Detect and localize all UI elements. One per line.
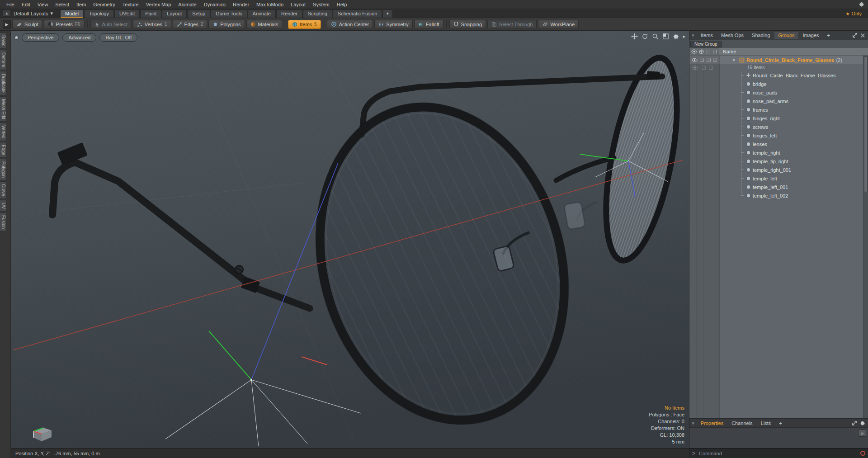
tree-scrollbar[interactable] (863, 56, 868, 418)
rotate-icon[interactable] (642, 33, 648, 40)
toggle-checkbox[interactable] (713, 58, 717, 62)
toolbox-tab-edge[interactable]: Edge (0, 142, 7, 158)
toolbox-tab-mesh-edit[interactable]: Mesh Edit (0, 96, 7, 122)
tab-paint[interactable]: Paint (140, 9, 161, 18)
layout-up-icon[interactable]: ▲ (3, 10, 11, 17)
group-item-row[interactable]: temple_left_001 (689, 183, 868, 191)
tab-schematic-fusion[interactable]: Schematic Fusion (333, 9, 382, 18)
tab-model[interactable]: Model (60, 9, 84, 18)
only-toggle[interactable]: ★ Only (842, 11, 865, 18)
group-item-row[interactable]: temple_right (689, 148, 868, 157)
polygons-mode-button[interactable]: Polygons (208, 20, 245, 29)
toolbar-overflow-button[interactable]: ▶ (3, 20, 11, 29)
group-item-row[interactable]: screws (689, 123, 868, 131)
menu-maxtomodo[interactable]: MaxToModo (253, 1, 287, 8)
group-item-row[interactable]: temple_left (689, 174, 868, 183)
tab-properties[interactable]: Properties (697, 420, 727, 427)
menu-help[interactable]: Help (333, 1, 351, 8)
menu-edit[interactable]: Edit (18, 1, 34, 8)
menu-system[interactable]: System (309, 1, 333, 8)
vertices-mode-button[interactable]: Vertices 1 (133, 20, 171, 29)
tab-layout[interactable]: Layout (162, 9, 187, 18)
visibility-column-icon[interactable] (691, 49, 697, 54)
close-panel-icon[interactable] (859, 33, 866, 38)
group-item-row[interactable]: temple_tip_right (689, 157, 868, 165)
menu-layout[interactable]: Layout (287, 1, 309, 8)
menu-animate[interactable]: Animate (175, 1, 200, 8)
presets-button[interactable]: Presets F6 (44, 20, 85, 29)
group-item-row[interactable]: frames (689, 105, 868, 114)
edges-mode-button[interactable]: Edges 2 (173, 20, 208, 29)
render-column-icon[interactable] (699, 49, 704, 54)
viewport-menu-arrow-icon[interactable]: ▸ (683, 33, 685, 39)
tab-scripting[interactable]: Scripting (303, 9, 332, 18)
eye-icon[interactable] (692, 58, 698, 62)
add-panel-tab-button[interactable]: + (824, 32, 834, 39)
menu-render[interactable]: Render (229, 1, 253, 8)
tab-items[interactable]: Items (697, 32, 717, 39)
layout-switcher[interactable]: Default Layouts ▾ (13, 10, 56, 18)
menu-dynamics[interactable]: Dynamics (200, 1, 229, 8)
scrollbar-thumb[interactable] (864, 57, 868, 192)
name-column-header[interactable]: Name (719, 48, 736, 55)
tab-images[interactable]: Images (799, 32, 823, 39)
zoom-icon[interactable] (652, 33, 659, 40)
snapping-button[interactable]: Snapping (449, 20, 486, 29)
group-item-row[interactable]: bridge (689, 80, 868, 88)
menu-texture[interactable]: Texture (119, 1, 142, 8)
group-item-row[interactable]: hinges_left (689, 131, 868, 140)
record-icon[interactable] (860, 451, 865, 456)
group-item-row[interactable]: temple_right_001 (689, 165, 868, 174)
workplane-button[interactable]: WorkPlane (538, 20, 579, 29)
menu-select[interactable]: Select (52, 1, 73, 8)
pan-icon[interactable] (631, 33, 638, 40)
select-through-button[interactable]: Select Through (487, 20, 537, 29)
toolbox-tab-deform[interactable]: Deform (0, 50, 7, 70)
tab-topology[interactable]: Topology (84, 9, 114, 18)
menu-file[interactable]: File (3, 1, 18, 8)
viewport-mode-icon[interactable] (14, 36, 19, 40)
panel-gear-icon[interactable] (859, 420, 866, 426)
group-item-row[interactable]: hinges_right (689, 114, 868, 123)
viewport-3d[interactable]: Perspective Advanced Ray GL: Off ▸ No It… (11, 31, 689, 448)
tab-channels[interactable]: Channels (728, 420, 756, 427)
gear-icon[interactable] (857, 1, 865, 8)
menu-vertex-map[interactable]: Vertex Map (142, 1, 175, 8)
sculpt-button[interactable]: Sculpt (12, 20, 42, 29)
toggle-checkbox[interactable] (702, 66, 706, 70)
group-item-row[interactable]: nose_pads (689, 88, 868, 97)
tab-setup[interactable]: Setup (187, 9, 210, 18)
perspective-button[interactable]: Perspective (22, 33, 59, 42)
menu-item[interactable]: Item (73, 1, 90, 8)
tab-game-tools[interactable]: Game Tools (211, 9, 247, 18)
eye-icon[interactable] (692, 66, 698, 70)
materials-mode-button[interactable]: Materials (246, 20, 283, 29)
tab-lists[interactable]: Lists (757, 420, 775, 427)
add-properties-tab-button[interactable]: + (775, 420, 785, 427)
add-layout-tab-button[interactable]: + (382, 9, 392, 18)
action-center-button[interactable]: Action Center (327, 20, 373, 29)
toolbox-tab-fusion[interactable]: Fusion (0, 212, 7, 231)
toolbox-tab-curve[interactable]: Curve (0, 181, 7, 199)
symmetry-button[interactable]: Symmetry (374, 20, 413, 29)
toggle-checkbox[interactable] (709, 66, 713, 70)
filter-column-icon[interactable] (712, 49, 717, 54)
disclosure-icon[interactable]: ▾ (733, 58, 737, 62)
menu-geometry[interactable]: Geometry (90, 1, 118, 8)
expand-panel-icon[interactable] (851, 33, 859, 38)
items-mode-button[interactable]: Items 5 (288, 20, 321, 29)
tab-render[interactable]: Render (276, 9, 302, 18)
toggle-checkbox[interactable] (707, 58, 711, 62)
tab-shading[interactable]: Shading (748, 32, 774, 39)
tab-mesh-ops[interactable]: Mesh Ops (717, 32, 747, 39)
toolbox-tab-polygon[interactable]: Polygon (0, 159, 7, 180)
group-root-row[interactable]: ▾ Round_Circle_Black_Frame_Glasses (2) (689, 56, 868, 64)
panel-handle-icon[interactable] (691, 33, 695, 37)
toolbox-tab-vertex[interactable]: Vertex (0, 123, 7, 141)
command-input[interactable] (698, 450, 858, 457)
group-item-row[interactable]: Round_Circle_Black_Frame_Glasses (689, 71, 868, 80)
maximize-icon[interactable] (662, 33, 669, 40)
toolbox-tab-uv[interactable]: UV (0, 200, 7, 212)
tab-groups[interactable]: Groups (774, 32, 798, 39)
expand-panel-icon[interactable] (851, 420, 858, 426)
